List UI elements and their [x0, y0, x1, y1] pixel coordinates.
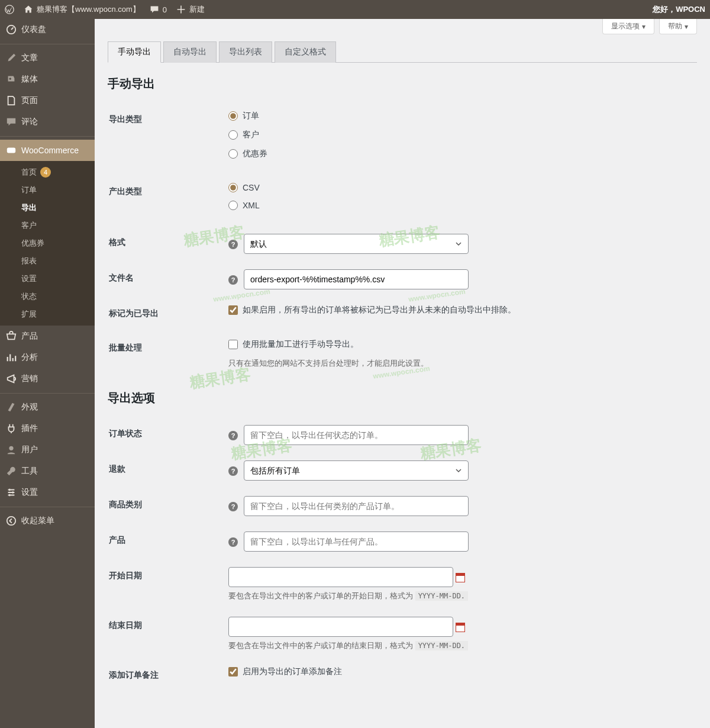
label-output-type: 产出类型: [109, 176, 227, 226]
label-start: 开始日期: [109, 560, 227, 608]
radio-xml[interactable]: [228, 201, 238, 210]
filename-input[interactable]: [244, 269, 469, 289]
menu-collapse[interactable]: 收起菜单: [0, 510, 95, 531]
tab-auto[interactable]: 自动导出: [163, 41, 217, 63]
label-mark: 标记为已导出: [109, 298, 227, 331]
comments-link[interactable]: 0: [150, 5, 167, 14]
menu-appearance[interactable]: 外观: [0, 397, 95, 418]
radio-orders[interactable]: [228, 111, 238, 121]
menu-pages[interactable]: 页面: [0, 90, 95, 111]
menu-products[interactable]: 产品: [0, 326, 95, 347]
help-icon[interactable]: ?: [228, 240, 238, 249]
help-button[interactable]: 帮助 ▾: [659, 19, 697, 34]
tab-manual[interactable]: 手动导出: [108, 41, 161, 63]
label-category: 商品类别: [109, 489, 227, 523]
menu-analytics[interactable]: 分析: [0, 347, 95, 368]
label-product: 产品: [109, 524, 227, 559]
status-input[interactable]: [244, 425, 469, 445]
submenu-status[interactable]: 状态: [0, 288, 95, 305]
new-link[interactable]: 新建: [176, 4, 205, 15]
label-format: 格式: [109, 227, 227, 261]
menu-dashboard[interactable]: 仪表盘: [0, 19, 95, 40]
svg-point-4: [7, 517, 15, 525]
label-export-type: 导出类型: [109, 104, 227, 175]
label-notes: 添加订单备注: [109, 659, 227, 692]
radio-customers[interactable]: [228, 130, 238, 140]
submenu-reports[interactable]: 报表: [0, 252, 95, 270]
menu-marketing[interactable]: 营销: [0, 368, 95, 389]
calendar-icon[interactable]: [456, 573, 465, 582]
product-input[interactable]: [244, 531, 469, 552]
help-icon[interactable]: ?: [228, 275, 238, 285]
batch-checkbox[interactable]: [228, 340, 238, 349]
menu-media[interactable]: 媒体: [0, 69, 95, 90]
label-batch: 批量处理: [109, 332, 227, 376]
svg-point-3: [9, 446, 13, 450]
help-icon[interactable]: ?: [228, 537, 238, 547]
mark-checkbox[interactable]: [228, 305, 238, 315]
refund-select[interactable]: 包括所有订单: [244, 460, 469, 481]
help-icon[interactable]: ?: [228, 431, 238, 440]
radio-csv[interactable]: [228, 183, 238, 192]
menu-comments[interactable]: 评论: [0, 111, 95, 133]
menu-woocommerce[interactable]: WooCommerce: [0, 140, 95, 161]
svg-rect-2: [7, 148, 15, 153]
radio-coupons[interactable]: [228, 149, 238, 159]
calendar-icon[interactable]: [456, 623, 465, 632]
label-refund: 退款: [109, 453, 227, 488]
category-input[interactable]: [244, 496, 469, 516]
menu-users[interactable]: 用户: [0, 439, 95, 460]
submenu-coupons[interactable]: 优惠券: [0, 234, 95, 252]
format-select[interactable]: 默认: [244, 234, 469, 254]
menu-settings[interactable]: 设置: [0, 482, 95, 503]
label-status: 订单状态: [109, 418, 227, 452]
tab-custom[interactable]: 自定义格式: [275, 41, 336, 63]
help-icon[interactable]: ?: [228, 466, 238, 476]
site-name[interactable]: 糖果博客【www.wpocn.com】: [24, 4, 140, 15]
greeting[interactable]: 您好，WPOCN: [653, 4, 705, 15]
submenu-settings[interactable]: 设置: [0, 270, 95, 288]
tab-list[interactable]: 导出列表: [219, 41, 272, 63]
label-filename: 文件名: [109, 262, 227, 297]
menu-tools[interactable]: 工具: [0, 460, 95, 482]
heading-options: 导出选项: [108, 390, 697, 406]
notes-checkbox[interactable]: [228, 667, 238, 677]
label-end: 结束日期: [109, 610, 227, 658]
heading-manual: 手动导出: [108, 76, 697, 92]
start-date-input[interactable]: [228, 567, 453, 587]
wp-logo[interactable]: [5, 5, 14, 14]
screen-options-button[interactable]: 显示选项 ▾: [602, 19, 654, 34]
submenu-ext[interactable]: 扩展: [0, 305, 95, 323]
admin-sidebar: 仪表盘 文章 媒体 页面 评论 WooCommerce 首页4 订单 导出 客户…: [0, 19, 95, 728]
help-icon[interactable]: ?: [228, 502, 238, 511]
batch-desc: 只有在通知您的网站不支持后台处理时，才能启用此设置。: [228, 358, 690, 369]
menu-posts[interactable]: 文章: [0, 47, 95, 69]
end-date-input[interactable]: [228, 617, 453, 637]
submenu-home[interactable]: 首页4: [0, 163, 95, 181]
submenu-orders[interactable]: 订单: [0, 181, 95, 199]
submenu-export[interactable]: 导出: [0, 199, 95, 217]
menu-plugins[interactable]: 插件: [0, 418, 95, 439]
submenu-customers[interactable]: 客户: [0, 217, 95, 234]
